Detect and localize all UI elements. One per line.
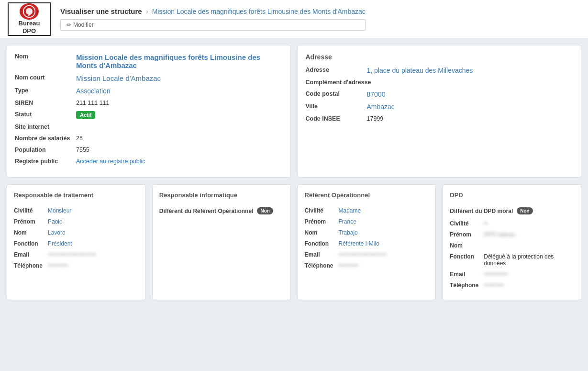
dpd-telephone-label: Téléphone: [450, 282, 481, 289]
adresse-section-title: Adresse: [306, 53, 574, 61]
dpd-different-label: Différent du DPD moral: [450, 208, 513, 214]
header-title-area: Visualiser une structure › Mission Local…: [60, 7, 366, 31]
dpd-prenom-value: DPD bateau: [484, 231, 515, 238]
ro-civilite-label: Civilité: [305, 207, 336, 214]
ro-prenom-row: Prénom France: [305, 218, 429, 225]
rt-nom-row: Nom Lavoro: [14, 229, 138, 236]
breadcrumb-sub: Mission Locale des magnifiques forêts Li…: [152, 8, 366, 15]
rt-civilite-row: Civilité Monsieur: [14, 207, 138, 214]
dpd-fonction-value: Délégué à la protection des données: [484, 253, 574, 267]
dpd-telephone-value: ••••••••••: [484, 282, 504, 289]
dpd-email-value: ••••••••••••: [484, 271, 508, 278]
dpd-telephone-row: Téléphone ••••••••••: [450, 282, 574, 289]
dpd-nom-label: Nom: [450, 242, 481, 249]
top-row: Nom Mission Locale des magnifiques forêt…: [7, 45, 581, 178]
code-insee-row: Code INSEE 17999: [306, 115, 574, 122]
code-insee-label: Code INSEE: [306, 115, 363, 122]
registre-link[interactable]: Accéder au registre public: [76, 158, 145, 165]
breadcrumb: Visualiser une structure › Mission Local…: [60, 7, 366, 15]
rt-email-row: Email ••••••••••••••••••••••••: [14, 251, 138, 258]
ro-nom-value: Trabajo: [339, 229, 358, 236]
dpd-fonction-row: Fonction Délégué à la protection des don…: [450, 253, 574, 267]
rt-telephone-row: Téléphone ••••••••••: [14, 262, 138, 269]
rt-civilite-value: Monsieur: [48, 207, 71, 214]
rt-prenom-row: Prénom Paolo: [14, 218, 138, 225]
rt-fonction-label: Fonction: [14, 240, 45, 247]
ro-email-row: Email ••••••••••••••••••••••••: [305, 251, 429, 258]
salaries-label: Nombre de salariés: [15, 135, 72, 142]
ro-email-value: ••••••••••••••••••••••••: [339, 251, 387, 258]
logo-box: Bureau DPO: [8, 2, 51, 36]
ri-different-row: Différent du Référent Opérationnel Non: [159, 207, 284, 214]
bottom-row: Responsable de traitement Civilité Monsi…: [7, 184, 581, 300]
dpd-nom-row: Nom: [450, 242, 574, 249]
logo-text: Bureau DPO: [19, 20, 40, 34]
dpd-email-label: Email: [450, 271, 481, 278]
ville-label: Ville: [306, 103, 363, 110]
ro-nom-label: Nom: [305, 229, 336, 236]
statut-row: Statut Actif: [15, 111, 283, 119]
siren-value: 211 111 111: [76, 100, 110, 106]
dpd-civilite-value: ••: [484, 220, 488, 227]
population-value: 7555: [76, 146, 89, 153]
rt-telephone-label: Téléphone: [14, 262, 45, 269]
info-card: Nom Mission Locale des magnifiques forêt…: [7, 45, 291, 178]
dpd-different-badge: Non: [517, 207, 533, 214]
code-postal-row: Code postal 87000: [306, 90, 574, 98]
ro-prenom-value: France: [339, 218, 356, 225]
ro-civilite-row: Civilité Madame: [305, 207, 429, 214]
complement-row: Complément d'adresse: [306, 79, 574, 86]
ro-fonction-row: Fonction Référente I-Milo: [305, 240, 429, 247]
ro-email-label: Email: [305, 251, 336, 258]
rt-nom-label: Nom: [14, 229, 45, 236]
population-row: Population 7555: [15, 146, 283, 153]
registre-label: Registre public: [15, 158, 72, 165]
adresse-label: Adresse: [306, 67, 363, 73]
rt-email-label: Email: [14, 251, 45, 258]
responsable-informatique-title: Responsable informatique: [159, 191, 284, 202]
ro-civilite-value: Madame: [339, 207, 361, 214]
rt-nom-value: Lavoro: [48, 229, 66, 236]
logo-icon: [20, 3, 39, 20]
salaries-row: Nombre de salariés 25: [15, 135, 283, 142]
responsable-traitement-title: Responsable de traitement: [14, 191, 138, 202]
rt-prenom-value: Paolo: [48, 218, 63, 225]
ro-telephone-value: ••••••••••: [339, 262, 359, 269]
code-postal-label: Code postal: [306, 90, 363, 97]
nom-row: Nom Mission Locale des magnifiques forêt…: [15, 53, 283, 69]
ro-nom-row: Nom Trabajo: [305, 229, 429, 236]
nom-court-value: Mission Locale d'Ambazac: [76, 74, 161, 82]
adresse-row: Adresse 1, place du plateau des Millevac…: [306, 67, 574, 74]
ri-different-label: Différent du Référent Opérationnel: [159, 208, 254, 214]
rt-prenom-label: Prénom: [14, 218, 45, 225]
rt-email-value: ••••••••••••••••••••••••: [48, 251, 96, 258]
adresse-card: Adresse Adresse 1, place du plateau des …: [298, 45, 582, 178]
site-internet-row: Site internet: [15, 124, 283, 130]
rt-civilite-label: Civilité: [14, 207, 45, 214]
ro-telephone-row: Téléphone ••••••••••: [305, 262, 429, 269]
ville-value: Ambazac: [367, 103, 395, 111]
dpd-prenom-row: Prénom DPD bateau: [450, 231, 574, 238]
rt-fonction-value: Président: [48, 240, 72, 247]
type-label: Type: [15, 87, 72, 94]
nom-value: Mission Locale des magnifiques forêts Li…: [76, 53, 283, 69]
ro-fonction-value: Référente I-Milo: [339, 240, 379, 247]
rt-telephone-value: ••••••••••: [48, 262, 68, 269]
dpd-title: DPD: [450, 191, 574, 202]
ro-prenom-label: Prénom: [305, 218, 336, 225]
adresse-value: 1, place du plateau des Millevaches: [367, 67, 473, 74]
dpd-prenom-label: Prénom: [450, 231, 481, 238]
salaries-value: 25: [76, 135, 83, 142]
pencil-icon: ✏: [67, 22, 71, 28]
registre-row: Registre public Accéder au registre publ…: [15, 158, 283, 165]
type-value: Association: [76, 87, 111, 95]
main-content: Nom Mission Locale des magnifiques forêt…: [0, 38, 588, 307]
type-row: Type Association: [15, 87, 283, 95]
modifier-button[interactable]: ✏ Modifier: [60, 19, 366, 31]
ro-fonction-label: Fonction: [305, 240, 336, 247]
responsable-traitement-card: Responsable de traitement Civilité Monsi…: [7, 184, 145, 300]
population-label: Population: [15, 146, 72, 153]
dpd-civilite-row: Civilité ••: [450, 220, 574, 227]
ville-row: Ville Ambazac: [306, 103, 574, 111]
site-internet-label: Site internet: [15, 124, 72, 130]
